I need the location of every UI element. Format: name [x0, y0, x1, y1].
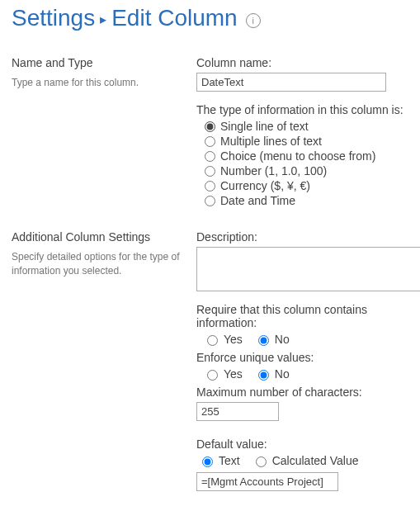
column-type-radio[interactable]: [205, 136, 215, 147]
column-type-label: Number (1, 1.0, 100): [220, 164, 327, 177]
column-type-label: Multiple lines of text: [220, 135, 322, 148]
enforce-yes-radio[interactable]: [207, 370, 218, 381]
page-title: Edit Column: [111, 5, 238, 31]
column-type-intro: The type of information in this column i…: [196, 103, 420, 116]
default-text-radio[interactable]: [202, 456, 213, 467]
column-name-input[interactable]: [196, 73, 386, 92]
section-additional-title: Additional Column Settings: [12, 230, 188, 244]
section-additional-desc: Specify detailed options for the type of…: [12, 250, 188, 278]
require-yes-radio[interactable]: [207, 335, 218, 346]
enforce-no-option[interactable]: No: [254, 367, 290, 381]
section-name-type-title: Name and Type: [12, 56, 188, 69]
default-calculated-label: Calculated Value: [272, 454, 359, 467]
default-value-input[interactable]: [196, 472, 338, 491]
column-type-option[interactable]: Multiple lines of text: [205, 135, 420, 148]
require-no-label: No: [275, 333, 290, 346]
enforce-no-label: No: [275, 367, 290, 381]
description-label: Description:: [196, 230, 420, 244]
enforce-yes-option[interactable]: Yes: [203, 367, 243, 381]
info-icon[interactable]: i: [246, 13, 261, 28]
column-type-label: Currency ($, ¥, €): [220, 179, 310, 192]
column-type-radio[interactable]: [205, 181, 215, 192]
column-type-option[interactable]: Number (1, 1.0, 100): [205, 164, 420, 177]
column-type-option[interactable]: Choice (menu to choose from): [205, 149, 420, 163]
breadcrumb-settings[interactable]: Settings: [12, 5, 95, 31]
description-input[interactable]: [196, 247, 420, 291]
default-calculated-radio[interactable]: [256, 456, 267, 467]
require-yes-label: Yes: [224, 333, 243, 346]
default-text-label: Text: [219, 454, 240, 467]
default-value-label: Default value:: [196, 438, 420, 451]
require-yes-option[interactable]: Yes: [203, 333, 243, 346]
enforce-label: Enforce unique values:: [196, 351, 420, 364]
enforce-no-radio[interactable]: [258, 370, 269, 381]
breadcrumb-caret-icon: ▸: [100, 12, 106, 27]
column-type-option[interactable]: Currency ($, ¥, €): [205, 179, 420, 192]
section-name-type-desc: Type a name for this column.: [12, 76, 188, 90]
column-type-radio[interactable]: [205, 196, 215, 206]
column-type-radio[interactable]: [205, 151, 215, 162]
maxchars-label: Maximum number of characters:: [196, 385, 420, 399]
column-type-option[interactable]: Date and Time: [205, 194, 420, 207]
column-type-label: Single line of text: [220, 120, 309, 133]
page-heading: Settings ▸ Edit Column i: [12, 5, 420, 31]
default-text-option[interactable]: Text: [198, 454, 240, 467]
column-type-label: Date and Time: [220, 194, 295, 207]
require-no-option[interactable]: No: [254, 333, 290, 346]
column-type-radio-list: Single line of textMultiple lines of tex…: [196, 120, 420, 207]
column-name-label: Column name:: [196, 56, 420, 69]
column-type-label: Choice (menu to choose from): [220, 149, 375, 163]
column-type-radio[interactable]: [205, 166, 215, 177]
default-calculated-option[interactable]: Calculated Value: [252, 454, 359, 467]
enforce-yes-label: Yes: [224, 367, 243, 381]
column-type-option[interactable]: Single line of text: [205, 120, 420, 133]
require-label: Require that this column contains inform…: [196, 303, 420, 329]
require-no-radio[interactable]: [258, 335, 269, 346]
column-type-radio[interactable]: [205, 121, 215, 132]
maxchars-input[interactable]: [196, 402, 279, 421]
